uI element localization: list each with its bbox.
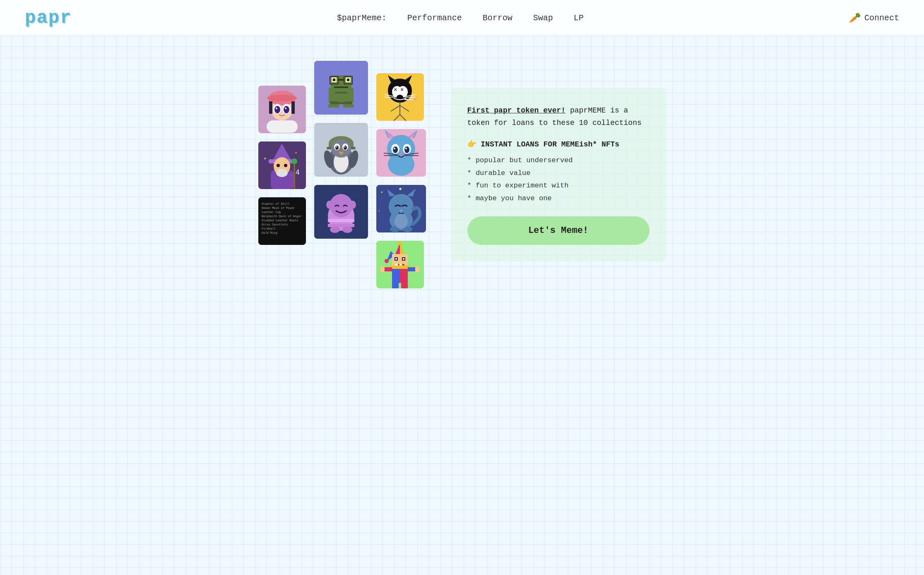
- svg-rect-88: [404, 99, 415, 100]
- svg-point-13: [267, 95, 297, 101]
- svg-text:✦: ✦: [295, 151, 297, 155]
- nft-blob[interactable]: [314, 185, 368, 239]
- svg-point-19: [277, 164, 280, 167]
- svg-rect-43: [347, 79, 349, 81]
- svg-point-20: [284, 164, 287, 167]
- svg-rect-152: [392, 282, 399, 288]
- nav-token[interactable]: $paprMeme:: [337, 13, 387, 23]
- svg-text:Fireball: Fireball: [262, 227, 276, 230]
- svg-text:✦: ✦: [263, 155, 267, 162]
- svg-text:Orcus Gauntlets: Orcus Gauntlets: [262, 223, 288, 226]
- svg-text:4: 4: [296, 168, 300, 176]
- svg-rect-38: [329, 88, 354, 102]
- nft-anime-girl[interactable]: [258, 86, 306, 133]
- headline: First papr token ever! paprMEME is a tok…: [467, 104, 650, 129]
- svg-text:Scepter of Skill: Scepter of Skill: [262, 202, 289, 206]
- carrot-icon: 🥕: [849, 12, 861, 24]
- svg-point-130: [395, 214, 408, 229]
- svg-rect-46: [338, 79, 344, 81]
- svg-rect-52: [343, 104, 354, 108]
- svg-point-62: [335, 146, 339, 150]
- main-content: ✦ ✦ 4 Scepter of Skill Demon Mask of Pow…: [0, 36, 924, 575]
- nft-blue-cat[interactable]: [376, 129, 426, 177]
- svg-text:×: ×: [394, 86, 397, 93]
- nav-borrow[interactable]: Borrow: [483, 13, 513, 23]
- svg-text:Belpheith Dark of Anger: Belpheith Dark of Anger: [262, 215, 302, 218]
- navigation: $paprMeme: Performance Borrow Swap LP: [337, 13, 584, 23]
- nft-col-middle: [314, 61, 368, 239]
- svg-rect-51: [328, 104, 339, 108]
- svg-point-75: [349, 201, 356, 209]
- nft-pixel-frog[interactable]: [314, 61, 368, 115]
- logo[interactable]: papr: [25, 7, 72, 28]
- svg-point-111: [405, 148, 407, 149]
- svg-rect-151: [415, 266, 419, 272]
- nav-lp[interactable]: LP: [574, 13, 584, 23]
- svg-rect-145: [395, 264, 398, 266]
- svg-rect-150: [380, 266, 385, 272]
- bullet-3: * fun to experiment with: [467, 180, 650, 192]
- svg-text:⬟: ⬟: [399, 187, 402, 191]
- svg-rect-47: [334, 86, 348, 88]
- nft-star-cat[interactable]: ★ ★ ✦ ★ ⬟: [376, 185, 426, 232]
- nft-col-left: ✦ ✦ 4 Scepter of Skill Demon Mask of Pow…: [258, 86, 306, 245]
- svg-point-138: [385, 259, 389, 263]
- svg-text:Leather Cap: Leather Cap: [262, 211, 281, 214]
- svg-point-77: [342, 226, 352, 233]
- svg-text:★: ★: [380, 190, 383, 194]
- svg-rect-12: [267, 120, 298, 133]
- svg-rect-71: [328, 219, 354, 222]
- svg-rect-42: [333, 79, 335, 81]
- svg-rect-147: [390, 266, 409, 269]
- svg-rect-22: [294, 162, 295, 189]
- svg-text:×: ×: [400, 86, 404, 93]
- svg-rect-142: [395, 258, 397, 260]
- content-area: ✦ ✦ 4 Scepter of Skill Demon Mask of Pow…: [172, 61, 752, 288]
- svg-rect-5: [291, 101, 295, 114]
- svg-rect-146: [399, 264, 402, 266]
- svg-point-110: [394, 148, 395, 149]
- instant-loans-header: 👉 INSTANT LOANS FOR MEMEish* NFTs: [467, 139, 620, 149]
- svg-point-64: [336, 146, 337, 148]
- svg-text:Gold Ring: Gold Ring: [262, 231, 277, 235]
- bullet-2: * durable value: [467, 167, 650, 180]
- svg-rect-48: [335, 92, 347, 93]
- svg-point-73: [330, 194, 353, 217]
- svg-text:Demon Mask of Power: Demon Mask of Power: [262, 206, 295, 210]
- text-content: First papr token ever! paprMEME is a tok…: [451, 88, 666, 262]
- nav-swap[interactable]: Swap: [533, 13, 553, 23]
- bullet-list: * popular but underserved * durable valu…: [467, 154, 650, 205]
- svg-point-9: [284, 106, 289, 113]
- nav-performance[interactable]: Performance: [407, 13, 462, 23]
- svg-point-63: [344, 146, 347, 150]
- headline-underline: First papr token ever!: [467, 106, 566, 115]
- svg-point-11: [285, 108, 286, 109]
- svg-rect-143: [403, 258, 404, 260]
- svg-point-76: [330, 226, 340, 233]
- nft-stick-cat[interactable]: × ×: [376, 73, 424, 121]
- nft-text-card[interactable]: Scepter of Skill Demon Mask of Power Lea…: [258, 197, 306, 245]
- svg-point-8: [274, 106, 280, 113]
- nft-penguin[interactable]: [314, 123, 368, 177]
- svg-text:Studded Leather Boots: Studded Leather Boots: [262, 219, 298, 222]
- nft-grid: ✦ ✦ 4 Scepter of Skill Demon Mask of Pow…: [258, 61, 426, 288]
- svg-point-109: [404, 146, 409, 153]
- svg-rect-4: [269, 101, 272, 114]
- svg-point-21: [276, 169, 288, 177]
- connect-button[interactable]: 🥕 Connect: [849, 12, 899, 24]
- nft-wizard[interactable]: ✦ ✦ 4: [258, 141, 306, 189]
- bullet-4: * maybe you have one: [467, 192, 650, 205]
- lets-meme-button[interactable]: Let's Meme!: [467, 216, 650, 245]
- svg-rect-89: [414, 97, 417, 101]
- svg-point-23: [291, 158, 297, 164]
- nft-jester[interactable]: [376, 241, 424, 288]
- svg-point-10: [276, 108, 277, 109]
- svg-point-108: [393, 146, 398, 153]
- svg-point-112: [399, 153, 403, 155]
- header: papr $paprMeme: Performance Borrow Swap …: [0, 0, 924, 36]
- svg-point-74: [326, 201, 333, 209]
- instant-loans-section: 👉 INSTANT LOANS FOR MEMEish* NFTs: [467, 139, 650, 153]
- svg-point-65: [344, 146, 345, 148]
- bullet-1: * popular but underserved: [467, 154, 650, 167]
- svg-point-137: [398, 241, 402, 245]
